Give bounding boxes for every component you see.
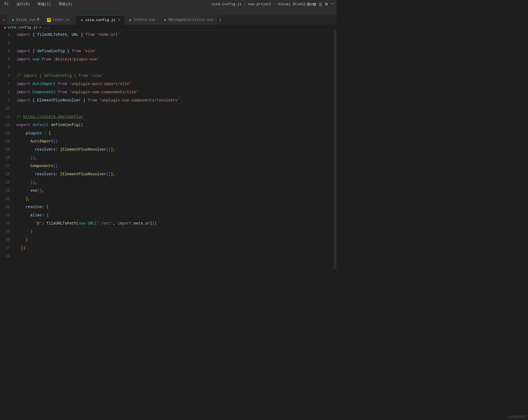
tab-overflow-button[interactable]: ⋯: [0, 15, 7, 25]
token-bracket3: {: [56, 162, 58, 170]
token-import-name: defineConfig: [37, 47, 65, 55]
token-bracket: (: [76, 219, 78, 228]
line-number: 8: [4, 88, 10, 96]
tab-message-statistics-vue[interactable]: ◆ MessageStatistics.vue: [159, 15, 218, 25]
tab-modified-aside-vue: M: [37, 18, 39, 22]
line-number: 10: [4, 104, 10, 113]
token-kw: import: [16, 88, 30, 96]
token-plain: [30, 88, 32, 96]
title-bar-title: vite.config.js - vue-project - Visual St…: [212, 2, 316, 6]
token-str: 'unplugin-vue-components/vite': [69, 88, 138, 96]
token-bracket2: ): [33, 178, 35, 186]
token-bracket2: (: [53, 162, 55, 170]
token-bracket: ]: [111, 170, 113, 178]
token-bracket2: (: [37, 186, 39, 195]
breadcrumb-separator: >: [39, 25, 41, 30]
grid-icon[interactable]: ⊞: [325, 1, 328, 7]
code-line: AutoImport({: [16, 137, 334, 145]
token-kw: import: [16, 96, 30, 104]
token-plain: }: [65, 47, 71, 55]
tab-inform-vue[interactable]: ◆ Inform.vue: [125, 15, 159, 25]
token-var-name: vue: [33, 55, 39, 63]
tab-chevron-right[interactable]: ❯: [218, 15, 223, 25]
token-str: 'node:url': [97, 31, 120, 39]
token-fn: defineConfig: [51, 121, 79, 129]
token-prop: meta: [134, 219, 143, 228]
scrollbar[interactable]: [334, 31, 336, 269]
menu-help[interactable]: 帮助(H): [57, 1, 74, 7]
line-number: 11: [4, 113, 10, 121]
token-fn: Components: [30, 162, 53, 170]
menu-run[interactable]: 运行(R): [15, 1, 31, 7]
menu-terminal[interactable]: 终端(I): [36, 1, 53, 7]
code-line: // import { defineConfig } from 'vite': [16, 72, 334, 80]
token-bracket2: ): [39, 186, 42, 195]
token-plain: [67, 80, 69, 88]
token-kw: from: [85, 31, 95, 39]
code-line: import AutoImport from 'unplugin-auto-im…: [16, 80, 334, 88]
line-number: 13: [4, 129, 10, 137]
token-plain: [16, 211, 30, 219]
token-bracket: ): [23, 244, 25, 252]
token-bracket: (: [79, 121, 81, 129]
code-line: [16, 252, 334, 260]
tab-index-js[interactable]: JS index.js: [43, 15, 76, 25]
window-close-icon[interactable]: —: [331, 1, 334, 7]
token-plain: [30, 80, 32, 88]
token-fn: vue: [30, 186, 37, 195]
token-plain: :: [56, 170, 60, 178]
title-bar-menu: G) 运行(R) 终端(I) 帮助(H): [3, 1, 74, 7]
breadcrumb: ◆ vite.config.js > ...: [0, 25, 336, 31]
tab-label-aside-vue: Aside.vue: [16, 18, 36, 22]
line-number: 2: [4, 39, 10, 47]
token-bracket2: (: [106, 170, 108, 178]
token-plain: [16, 244, 21, 252]
token-bracket2: ): [152, 219, 154, 228]
code-line: import { ElementPlusResolver } from 'unp…: [16, 96, 334, 104]
token-str: '@vitejs/plugin-vue': [53, 55, 99, 63]
token-import-name: ElementPlusResolver: [37, 96, 81, 104]
token-str: 'unplugin-vue-components/resolvers': [99, 96, 180, 104]
breadcrumb-file[interactable]: vite.config.js: [8, 25, 37, 30]
tab-aside-vue[interactable]: ◆ Aside.vue M: [7, 15, 43, 25]
vue-icon-msgstats: ◆: [163, 18, 167, 22]
code-line: Components({: [16, 162, 334, 170]
token-bracket: [: [49, 129, 51, 137]
token-plain: [16, 129, 26, 137]
line-number: 3: [4, 47, 10, 55]
token-bracket2: (: [95, 219, 97, 228]
code-line: ],: [16, 195, 334, 203]
token-plain: [16, 195, 26, 203]
vue-icon: ◆: [11, 18, 15, 22]
token-plain: [16, 170, 35, 178]
code-content[interactable]: import { fileURLToPath, URL } from 'node…: [14, 31, 334, 269]
token-plain: [49, 121, 51, 129]
tab-label-inform-vue: Inform.vue: [134, 18, 155, 22]
token-plain: :: [42, 211, 46, 219]
tab-vite-config-js[interactable]: ◆ vite.config.js ✕: [76, 15, 125, 25]
token-plain: [67, 88, 69, 96]
tab-label-vite-config-js: vite.config.js: [85, 18, 115, 22]
line-number: 15: [4, 145, 10, 154]
token-kw-blue: new: [79, 219, 85, 228]
line-number: 17: [4, 162, 10, 170]
line-number: 24: [4, 219, 10, 228]
token-plain: [16, 203, 26, 211]
token-plain: :: [42, 219, 46, 228]
line-number: 27: [4, 244, 10, 252]
token-comment: // import { defineConfig } from 'vite': [16, 72, 104, 80]
code-line: import Components from 'unplugin-vue-com…: [16, 88, 334, 96]
tab-close-vite-config-js[interactable]: ✕: [118, 18, 120, 22]
menu-g[interactable]: G): [3, 1, 10, 7]
code-line: [16, 39, 334, 47]
tab-label-index-js: index.js: [53, 18, 70, 22]
token-cls: Components: [33, 88, 56, 96]
token-comment-url: https://vitejs.dev/config/: [23, 113, 83, 121]
layout-right-icon[interactable]: ◫: [319, 1, 322, 7]
vue-icon-inform: ◆: [128, 18, 132, 22]
code-line: }): [16, 244, 334, 252]
token-kw-blue: default: [33, 121, 49, 129]
breadcrumb-more[interactable]: ...: [43, 25, 49, 30]
tab-label-message-statistics-vue: MessageStatistics.vue: [169, 18, 213, 22]
token-kw: import: [118, 219, 131, 228]
